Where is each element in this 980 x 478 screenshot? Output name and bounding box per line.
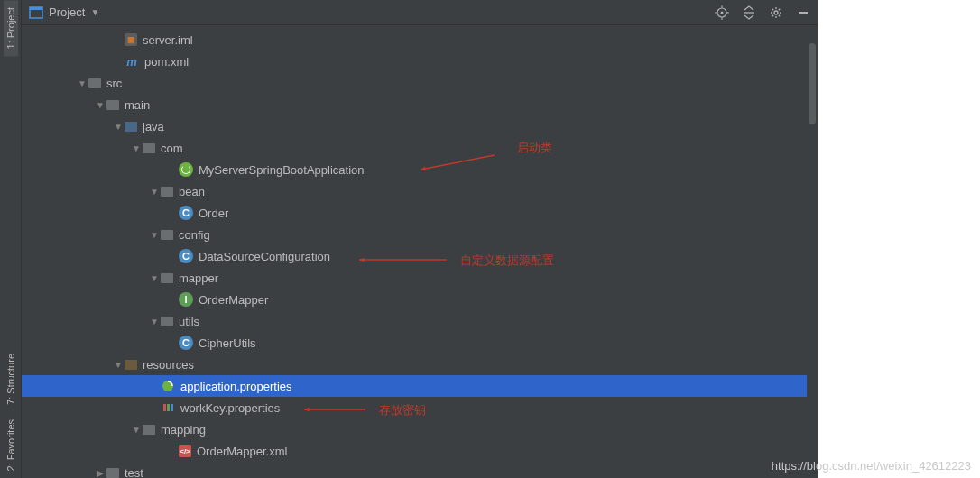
tree-node-label: application.properties — [180, 380, 292, 393]
tree-row[interactable]: </>OrderMapper.xml — [22, 440, 818, 462]
tree-node-label: config — [179, 228, 210, 242]
gear-icon[interactable] — [769, 5, 783, 20]
tree-node-label: resources — [143, 358, 194, 372]
svg-point-11 — [162, 381, 173, 391]
collapse-arrow-icon[interactable]: ▼ — [76, 78, 88, 88]
sidebar-tab-label: 1: Project — [5, 7, 16, 49]
tree-node-label: bean — [179, 185, 205, 198]
tree-node-label: OrderMapper.xml — [197, 445, 287, 458]
tree-row[interactable]: ▼mapper — [22, 267, 818, 289]
tree-row[interactable]: MyServerSpringBootApplication — [22, 159, 818, 180]
tree-node-label: server.iml — [143, 33, 193, 47]
folder-icon — [161, 187, 173, 197]
tree-row[interactable]: ▼bean — [22, 180, 818, 202]
tree-row[interactable]: ▼mapping — [22, 418, 818, 440]
folder-icon — [161, 273, 173, 283]
source-folder-icon — [125, 122, 137, 132]
tree-row[interactable]: CDataSourceConfiguration — [22, 245, 818, 267]
chevron-down-icon: ▼ — [90, 7, 99, 17]
tree-node-label: mapper — [179, 271, 218, 285]
svg-point-9 — [774, 11, 778, 14]
tree-row[interactable]: ▼config — [22, 224, 818, 245]
sidebar-tab-label: 2: Favorites — [5, 419, 16, 471]
collapse-arrow-icon[interactable]: ▼ — [148, 187, 161, 197]
tree-node-label: Order — [199, 207, 228, 220]
tree-node-label: DataSourceConfiguration — [199, 250, 330, 263]
collapse-arrow-icon[interactable]: ▼ — [112, 360, 125, 370]
sidebar-tab-favorites[interactable]: 2: Favorites — [4, 412, 18, 478]
class-icon: C — [179, 249, 193, 263]
tree-node-label: OrderMapper — [199, 293, 268, 307]
spring-properties-icon — [161, 379, 175, 393]
tree-row[interactable]: ▶test — [22, 462, 818, 478]
collapse-arrow-icon[interactable]: ▼ — [130, 425, 143, 435]
spring-boot-icon — [179, 162, 193, 177]
project-icon — [29, 5, 43, 20]
tree-node-label: com — [161, 142, 183, 155]
expand-arrow-icon[interactable]: ▶ — [94, 468, 106, 478]
project-panel: Project ▼ ▦server.imlmpom.xml▼src▼main▼j… — [22, 0, 818, 478]
tree-row[interactable]: ▼java — [22, 115, 818, 137]
watermark: https://blog.csdn.net/weixin_42612223 — [772, 459, 971, 473]
minimize-icon[interactable] — [796, 5, 810, 20]
tree-node-label: workKey.properties — [180, 401, 280, 415]
folder-icon — [161, 317, 173, 326]
tree-row[interactable]: application.properties — [22, 375, 818, 397]
collapse-arrow-icon[interactable]: ▼ — [148, 230, 161, 240]
tree-row[interactable]: ▼utils — [22, 310, 818, 332]
tree-node-label: CipherUtils — [199, 336, 256, 350]
sidebar-tab-structure[interactable]: 7: Structure — [4, 346, 18, 412]
collapse-icon[interactable] — [742, 5, 756, 20]
tree-node-label: mapping — [161, 423, 206, 437]
tree-node-label: src — [106, 77, 122, 90]
svg-rect-1 — [30, 7, 42, 10]
collapse-arrow-icon[interactable]: ▼ — [94, 100, 106, 110]
scrollbar-thumb[interactable] — [809, 43, 816, 124]
collapse-arrow-icon[interactable]: ▼ — [148, 273, 161, 283]
tree-node-label: test — [125, 466, 143, 479]
scrollbar[interactable] — [807, 25, 818, 478]
collapse-arrow-icon[interactable]: ▼ — [148, 317, 161, 326]
svg-point-3 — [721, 11, 724, 14]
folder-icon — [106, 100, 119, 110]
collapse-arrow-icon[interactable]: ▼ — [130, 143, 143, 153]
folder-icon — [161, 230, 173, 240]
sidebar-tab-project[interactable]: 1: Project — [4, 0, 18, 56]
sidebar-tab-label: 7: Structure — [5, 354, 16, 405]
folder-icon — [143, 143, 155, 153]
tree-row[interactable]: IOrderMapper — [22, 289, 818, 310]
project-tree[interactable]: ▦server.imlmpom.xml▼src▼main▼java▼comMyS… — [22, 25, 818, 478]
tree-row[interactable]: ▦server.iml — [22, 29, 818, 51]
class-icon: C — [179, 336, 193, 350]
maven-icon: m — [125, 54, 139, 69]
iml-file-icon: ▦ — [125, 33, 137, 46]
folder-icon — [106, 468, 119, 478]
svg-rect-14 — [171, 404, 173, 411]
folder-icon — [88, 78, 101, 88]
tree-node-label: main — [125, 98, 150, 112]
project-title: Project — [49, 5, 85, 19]
project-view-selector[interactable]: Project ▼ — [29, 5, 99, 20]
interface-icon: I — [179, 292, 193, 307]
tree-node-label: pom.xml — [144, 55, 189, 69]
left-gutter: 1: Project 7: Structure 2: Favorites — [0, 0, 22, 478]
tree-node-label: java — [143, 120, 164, 133]
tree-row[interactable]: workKey.properties — [22, 397, 818, 418]
class-icon: C — [179, 206, 193, 220]
svg-rect-13 — [167, 404, 170, 411]
tree-row[interactable]: ▼com — [22, 137, 818, 159]
tree-row[interactable]: ▼src — [22, 72, 818, 94]
tree-node-label: MyServerSpringBootApplication — [199, 163, 365, 177]
tree-node-label: utils — [179, 315, 199, 328]
resources-folder-icon — [125, 360, 137, 370]
folder-icon — [143, 425, 155, 435]
collapse-arrow-icon[interactable]: ▼ — [112, 122, 125, 132]
xml-file-icon: </> — [179, 445, 191, 457]
editor-empty-area — [818, 0, 980, 478]
tree-row[interactable]: COrder — [22, 202, 818, 224]
tree-row[interactable]: mpom.xml — [22, 51, 818, 72]
tree-row[interactable]: ▼main — [22, 94, 818, 115]
target-icon[interactable] — [715, 5, 729, 20]
tree-row[interactable]: ▼resources — [22, 354, 818, 375]
tree-row[interactable]: CCipherUtils — [22, 332, 818, 354]
